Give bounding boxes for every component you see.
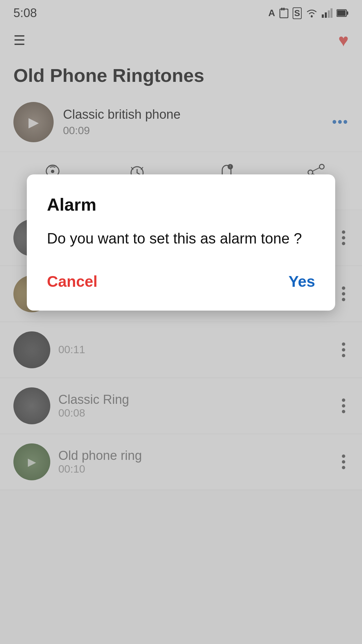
dialog-actions: Cancel Yes <box>47 269 315 294</box>
dialog-cancel-button[interactable]: Cancel <box>47 269 98 294</box>
dialog-overlay <box>0 0 362 644</box>
dialog-title: Alarm <box>47 195 315 215</box>
dialog-confirm-button[interactable]: Yes <box>289 269 315 294</box>
dialog-message: Do you want to set this as alarm tone ? <box>47 228 315 249</box>
alarm-dialog: Alarm Do you want to set this as alarm t… <box>27 174 335 311</box>
